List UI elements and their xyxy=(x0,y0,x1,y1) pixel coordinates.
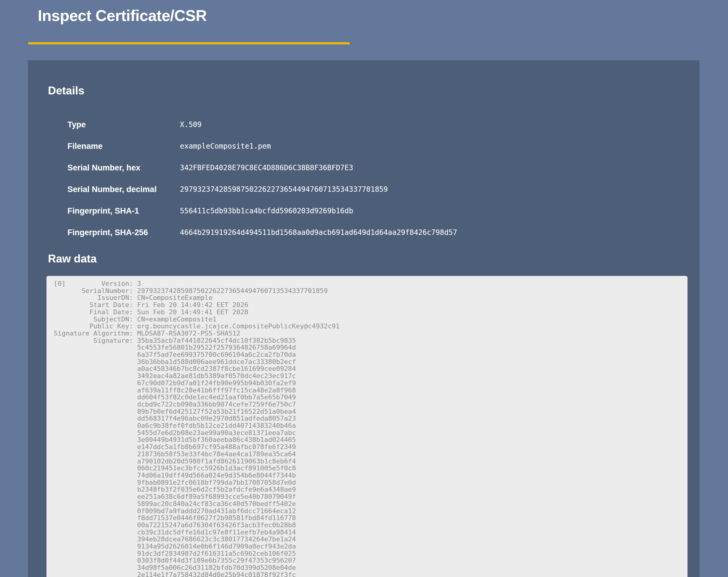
detail-label: Filename xyxy=(68,142,180,151)
detail-value: X.509 xyxy=(180,120,202,129)
page-title: Inspect Certificate/CSR xyxy=(38,7,728,25)
title-accent-bar xyxy=(28,42,349,44)
certificate-details-panel: Details Type X.509 Filename exampleCompo… xyxy=(28,60,700,577)
detail-label: Serial Number, hex xyxy=(68,163,180,172)
detail-value: 556411c5db93bb1ca4bcfdd5960203d9269b16db xyxy=(180,207,353,215)
detail-label: Fingerprint, SHA-1 xyxy=(68,207,180,216)
raw-data-text: [0] Version: 3 SerialNumber: 29793237428… xyxy=(47,276,687,577)
detail-value: 342FBFED4028E79C8EC4D886D6C38B8F36BFD7E3 xyxy=(180,164,353,172)
details-heading: Details xyxy=(48,84,700,97)
detail-row-serial-hex: Serial Number, hex 342FBFED4028E79C8EC4D… xyxy=(68,157,700,178)
details-list: Type X.509 Filename exampleComposite1.pe… xyxy=(68,114,700,243)
detail-row-filename: Filename exampleComposite1.pem xyxy=(68,135,700,157)
detail-row-fingerprint-sha1: Fingerprint, SHA-1 556411c5db93bb1ca4bcf… xyxy=(68,200,700,222)
detail-label: Fingerprint, SHA-256 xyxy=(68,228,180,237)
detail-label: Serial Number, decimal xyxy=(68,185,180,194)
detail-value: exampleComposite1.pem xyxy=(180,142,271,150)
raw-data-heading: Raw data xyxy=(48,252,700,265)
detail-row-serial-decimal: Serial Number, decimal 29793237428598750… xyxy=(68,178,700,200)
detail-row-type: Type X.509 xyxy=(68,114,700,135)
detail-value: 4664b291919264d494511bd1568aa0d9acb691ad… xyxy=(180,228,457,237)
detail-row-fingerprint-sha256: Fingerprint, SHA-256 4664b291919264d4945… xyxy=(68,222,700,243)
detail-value: 2979323742859875022622736544947607135343… xyxy=(180,185,388,194)
page-header: Inspect Certificate/CSR xyxy=(0,0,728,44)
detail-label: Type xyxy=(68,120,180,130)
raw-data-block: [0] Version: 3 SerialNumber: 29793237428… xyxy=(47,276,687,577)
